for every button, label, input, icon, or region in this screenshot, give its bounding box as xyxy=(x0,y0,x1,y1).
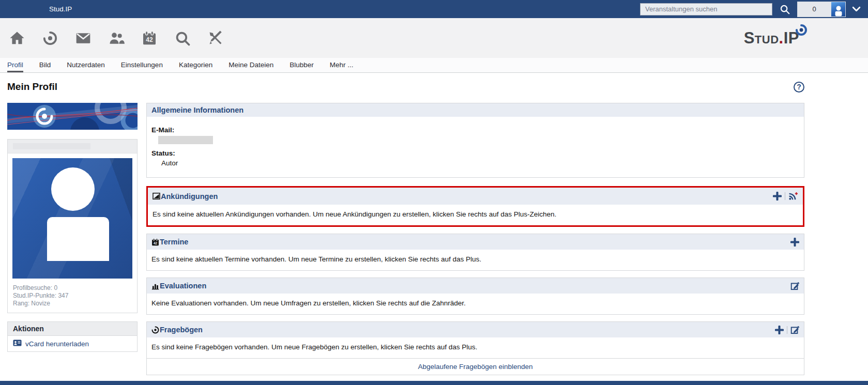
home-icon[interactable] xyxy=(7,28,27,49)
avatar-card: Profilbesuche: 0 Stud.IP-Punkte: 347 Ran… xyxy=(7,139,138,313)
page-title: Mein Profil xyxy=(7,81,57,93)
status-value: Autor xyxy=(161,159,799,167)
studip-logo: Stud.IP xyxy=(744,30,799,46)
tab-bild[interactable]: Bild xyxy=(39,61,51,72)
section-dates: 42 Termine Es sind keine aktuellen Termi… xyxy=(146,234,804,271)
questionnaires-empty-text: Es sind keine Fragebögen vorhanden. Um n… xyxy=(147,337,804,358)
general-info-title: Allgemeine Informationen xyxy=(151,106,243,114)
email-label: E-Mail: xyxy=(151,126,799,134)
topbar-brand: Stud.IP xyxy=(49,5,72,13)
section-announcements: Ankündigungen xyxy=(146,186,804,227)
profile-spiral-icon[interactable] xyxy=(40,28,60,49)
edit-icon[interactable] xyxy=(790,326,799,334)
sidebar: Profilbesuche: 0 Stud.IP-Punkte: 347 Ran… xyxy=(7,103,138,352)
tab-profil[interactable]: Profil xyxy=(7,61,23,72)
profile-avatar-image xyxy=(12,158,132,279)
announcements-title: Ankündigungen xyxy=(161,192,218,201)
evaluations-title: Evaluationen xyxy=(160,282,206,290)
schedule-icon[interactable]: 42 xyxy=(140,28,159,49)
announcements-header: Ankündigungen xyxy=(148,188,803,205)
search-input[interactable] xyxy=(640,3,772,16)
plus-icon[interactable] xyxy=(790,238,799,247)
footer-bar xyxy=(0,381,868,385)
vcard-download-link[interactable]: vCard herunterladen xyxy=(25,340,89,348)
topbar-right: 0 xyxy=(640,2,868,17)
show-expired-questionnaires-link[interactable]: Abgelaufene Fragebögen einblenden xyxy=(418,363,532,371)
avatar-card-header xyxy=(8,140,137,153)
logo-dot: . xyxy=(779,29,784,47)
announcement-icon xyxy=(153,192,160,200)
main-column: Allgemeine Informationen E-Mail: Status:… xyxy=(146,103,804,382)
section-questionnaires: Fragebögen xyxy=(146,321,804,375)
dates-header: 42 Termine xyxy=(147,234,804,250)
actions-card: Aktionen vCard herunterladen xyxy=(7,321,138,352)
tab-einstellungen[interactable]: Einstellungen xyxy=(121,61,163,72)
questionnaire-spiral-icon xyxy=(151,326,159,334)
section-evaluations: Evaluationen Keine Evaluationen vorhande… xyxy=(146,278,804,315)
icon-separator xyxy=(785,192,785,200)
dates-title: Termine xyxy=(160,238,188,246)
tools-icon[interactable] xyxy=(206,28,225,49)
tab-nutzerdaten[interactable]: Nutzerdaten xyxy=(67,61,105,72)
profile-stats: Profilbesuche: 0 Stud.IP-Punkte: 347 Ran… xyxy=(8,283,137,313)
redacted-email-value xyxy=(158,136,213,144)
dates-empty-text: Es sind keine aktuellen Termine vorhande… xyxy=(147,250,804,270)
profile-tabbar: Profil Bild Nutzerdaten Einstellungen Ka… xyxy=(0,58,868,73)
announcements-empty-text: Es sind keine aktuellen Ankündigungen vo… xyxy=(148,205,803,225)
user-avatar[interactable] xyxy=(831,2,845,17)
chevron-down-icon[interactable] xyxy=(852,6,861,12)
general-info-header: Allgemeine Informationen xyxy=(147,103,804,117)
vcard-download-row[interactable]: vCard herunterladen xyxy=(8,336,137,351)
community-icon[interactable] xyxy=(106,28,126,49)
questionnaires-title: Fragebögen xyxy=(160,326,203,334)
logo-swirl-icon xyxy=(795,23,808,39)
tab-kategorien[interactable]: Kategorien xyxy=(179,61,212,72)
avatar-wrap xyxy=(8,153,137,283)
icon-toolbar: 42 Stud.IP xyxy=(0,18,868,58)
topbar: Stud.IP 0 xyxy=(0,0,868,18)
notification-counter[interactable]: 0 xyxy=(798,2,831,17)
search-icon[interactable] xyxy=(779,3,791,16)
stat-rank: Rang: Novize xyxy=(13,300,132,307)
logo-text-stud: Stud xyxy=(744,29,779,47)
questionnaires-header: Fragebögen xyxy=(147,322,804,337)
rss-add-icon[interactable] xyxy=(788,192,798,201)
general-info-body: E-Mail: Status: Autor xyxy=(147,117,804,177)
stat-studip-points: Stud.IP-Punkte: 347 xyxy=(13,292,132,300)
content: Profilbesuche: 0 Stud.IP-Punkte: 347 Ran… xyxy=(0,99,868,382)
redacted-username xyxy=(13,143,90,149)
tab-mehr[interactable]: Mehr ... xyxy=(330,61,354,72)
svg-text:42: 42 xyxy=(146,36,153,43)
mail-icon[interactable] xyxy=(73,28,93,49)
question-circle-icon[interactable]: ? xyxy=(794,82,804,93)
user-group: 0 xyxy=(797,2,846,17)
profile-banner-image xyxy=(7,103,138,130)
bar-chart-icon xyxy=(151,282,159,290)
stat-profile-visits: Profilbesuche: 0 xyxy=(13,284,132,292)
schedule-small-icon: 42 xyxy=(151,238,159,246)
heading-row: Mein Profil ? xyxy=(0,73,868,99)
plus-icon[interactable] xyxy=(775,326,784,334)
status-label: Status: xyxy=(151,149,799,157)
studip-profile-page: Stud.IP 0 xyxy=(0,0,868,385)
section-general-info: Allgemeine Informationen E-Mail: Status:… xyxy=(146,103,804,178)
svg-text:42: 42 xyxy=(154,241,158,244)
vcard-icon xyxy=(13,339,22,348)
evaluations-empty-text: Keine Evaluationen vorhanden. Um neue Um… xyxy=(147,294,804,314)
evaluations-header: Evaluationen xyxy=(147,278,804,294)
search-toolbar-icon[interactable] xyxy=(173,28,192,49)
tab-blubber[interactable]: Blubber xyxy=(290,61,314,72)
edit-icon[interactable] xyxy=(790,282,799,290)
icon-separator xyxy=(787,326,787,334)
tab-meine-dateien[interactable]: Meine Dateien xyxy=(229,61,273,72)
questionnaires-footer: Abgelaufene Fragebögen einblenden xyxy=(147,358,804,375)
plus-icon[interactable] xyxy=(773,192,782,201)
actions-title: Aktionen xyxy=(8,322,137,336)
